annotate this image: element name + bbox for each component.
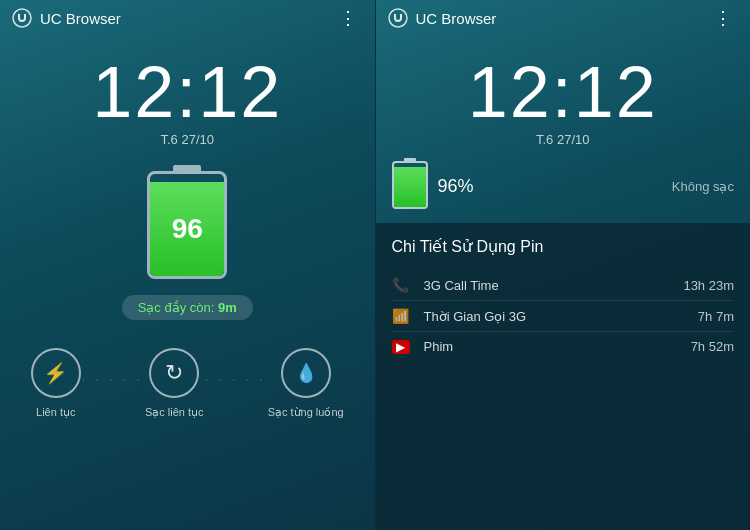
detail-panel: Chi Tiết Sử Dụng Pin 📞 3G Call Time 13h … — [376, 223, 751, 530]
detail-icon-1: 📶 — [392, 308, 414, 324]
detail-value-0: 13h 23m — [683, 278, 734, 293]
battery-percent-text: 96% — [438, 176, 474, 197]
detail-value-1: 7h 7m — [698, 309, 734, 324]
svg-point-0 — [13, 9, 31, 27]
date-left: T.6 27/10 — [0, 132, 375, 147]
battery-body: 96 — [147, 171, 227, 279]
charging-options: ⚡ Liên tục · · · · · ↻ Sạc liên tục · · … — [0, 348, 375, 419]
menu-button-right[interactable]: ⋮ — [708, 5, 738, 31]
option-charge-continuous-label: Sạc liên tục — [145, 406, 204, 419]
option-continuous-label: Liên tục — [36, 406, 75, 419]
date-right: T.6 27/10 — [376, 132, 751, 147]
top-bar-right: UC Browser ⋮ — [376, 0, 751, 36]
detail-title: Chi Tiết Sử Dụng Pin — [392, 237, 735, 256]
app-title-right: UC Browser — [416, 10, 709, 27]
battery-fill: 96 — [150, 182, 224, 276]
time-section-left: 12:12 T.6 27/10 — [0, 36, 375, 147]
charge-info-prefix: Sạc đầy còn: — [138, 300, 218, 315]
battery-icon-small — [392, 161, 428, 211]
detail-row-1: 📶 Thời Gian Gọi 3G 7h 7m — [392, 301, 735, 332]
not-charging-label: Không sạc — [672, 179, 734, 194]
svg-point-1 — [389, 9, 407, 27]
uc-logo-icon-right — [388, 8, 408, 28]
detail-icon-2: ▶ — [392, 340, 410, 354]
charge-info: Sạc đầy còn: 9m — [122, 295, 253, 320]
option-continuous[interactable]: ⚡ Liên tục — [31, 348, 81, 419]
uc-logo-icon — [12, 8, 32, 28]
battery-visual-left: 96 Sạc đầy còn: 9m — [0, 171, 375, 320]
dots-right: · · · · · — [205, 362, 266, 385]
right-panel: UC Browser ⋮ 12:12 T.6 27/10 96% Không s… — [375, 0, 751, 530]
detail-row-2: ▶ Phim 7h 52m — [392, 332, 735, 361]
detail-value-2: 7h 52m — [691, 339, 734, 354]
option-trickle-label: Sạc từng luồng — [268, 406, 344, 419]
left-panel: UC Browser ⋮ 12:12 T.6 27/10 96 Sạc đầy … — [0, 0, 375, 530]
battery-percent-large: 96 — [172, 213, 203, 245]
dots-left: · · · · · — [82, 362, 143, 385]
option-trickle-icon: 💧 — [281, 348, 331, 398]
battery-icon-large: 96 — [147, 171, 227, 281]
battery-row: 96% Không sạc — [376, 147, 751, 219]
time-section-right: 12:12 T.6 27/10 — [376, 36, 751, 147]
top-bar-left: UC Browser ⋮ — [0, 0, 375, 36]
charge-info-time: 9m — [218, 300, 237, 315]
detail-name-2: Phim — [424, 339, 691, 354]
time-left: 12:12 — [0, 56, 375, 128]
option-charge-continuous[interactable]: ↻ Sạc liên tục — [145, 348, 204, 419]
option-trickle[interactable]: 💧 Sạc từng luồng — [268, 348, 344, 419]
app-title-left: UC Browser — [40, 10, 333, 27]
menu-button-left[interactable]: ⋮ — [333, 5, 363, 31]
detail-row-0: 📞 3G Call Time 13h 23m — [392, 270, 735, 301]
battery-fill-small — [394, 167, 426, 207]
detail-icon-0: 📞 — [392, 277, 414, 293]
battery-body-small — [392, 161, 428, 209]
detail-name-1: Thời Gian Gọi 3G — [424, 309, 698, 324]
option-charge-continuous-icon: ↻ — [149, 348, 199, 398]
detail-name-0: 3G Call Time — [424, 278, 684, 293]
option-continuous-icon: ⚡ — [31, 348, 81, 398]
time-right: 12:12 — [376, 56, 751, 128]
